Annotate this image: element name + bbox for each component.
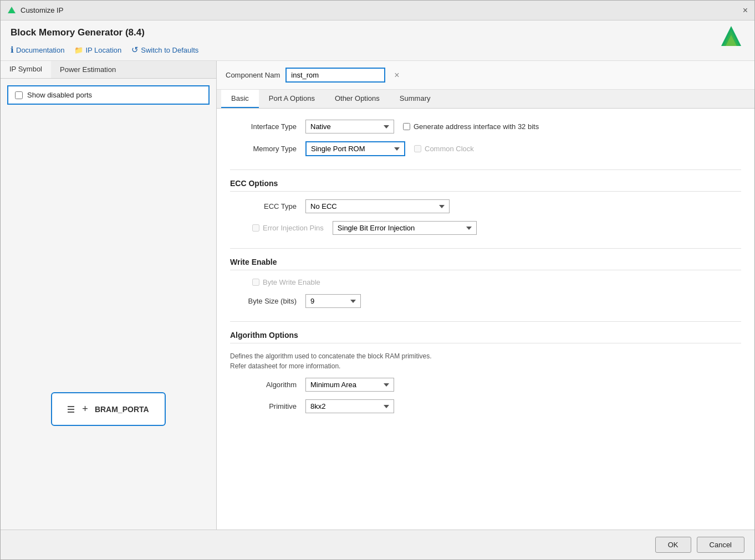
location-icon: 📁 bbox=[74, 46, 83, 54]
basic-tab-content: Interface Type Native AXI4 AXI4-Lite Gen… bbox=[217, 109, 754, 530]
expand-icon: + bbox=[82, 403, 88, 415]
algorithm-row: Algorithm Minimum Area Low Power Fixed P… bbox=[230, 378, 741, 392]
ecc-options-header: ECC Options bbox=[230, 179, 741, 192]
bottom-bar: OK Cancel bbox=[1, 530, 754, 559]
error-injection-type-select[interactable]: Single Bit Error Injection Double Bit Er… bbox=[333, 221, 477, 235]
ecc-type-select[interactable]: No ECC Hamming ECC SEC_DED bbox=[305, 199, 450, 213]
byte-size-label: Byte Size (bits) bbox=[230, 297, 297, 305]
interface-memory-section: Interface Type Native AXI4 AXI4-Lite Gen… bbox=[230, 120, 741, 156]
generate-address-32-checkbox[interactable] bbox=[403, 123, 410, 130]
ok-button[interactable]: OK bbox=[655, 537, 691, 553]
memory-type-row: Memory Type Single Port RAM Simple Dual … bbox=[230, 141, 741, 156]
primitive-label: Primitive bbox=[230, 402, 297, 410]
tab-basic[interactable]: Basic bbox=[221, 90, 259, 108]
ecc-type-label: ECC Type bbox=[230, 202, 297, 210]
documentation-button[interactable]: ℹ Documentation bbox=[11, 45, 64, 55]
error-injection-pins-checkbox bbox=[252, 224, 259, 232]
generate-address-32-label[interactable]: Generate address interface with 32 bits bbox=[403, 122, 539, 131]
primitive-select[interactable]: 8kx2 16kx1 32kx1 bbox=[305, 399, 394, 413]
algorithm-options-header: Algorithm Options bbox=[230, 331, 741, 343]
show-disabled-ports-label[interactable]: Show disabled ports bbox=[7, 85, 210, 105]
bram-label: BRAM_PORTA bbox=[95, 405, 149, 414]
ip-location-button[interactable]: 📁 IP Location bbox=[74, 46, 121, 54]
title-bar-left: Customize IP bbox=[7, 6, 63, 15]
tab-port-a-options[interactable]: Port A Options bbox=[259, 90, 325, 108]
left-tab-content: Show disabled ports bbox=[1, 79, 216, 289]
info-icon: ℹ bbox=[11, 45, 14, 55]
header: Block Memory Generator (8.4) ℹ Documenta… bbox=[1, 20, 754, 61]
memory-type-select[interactable]: Single Port RAM Simple Dual Port RAM Tru… bbox=[305, 141, 405, 156]
bram-lines bbox=[68, 406, 74, 413]
main-window: Customize IP × Block Memory Generator (8… bbox=[0, 0, 755, 560]
tab-bar: Basic Port A Options Other Options Summa… bbox=[217, 90, 754, 109]
cancel-button[interactable]: Cancel bbox=[697, 537, 744, 553]
algorithm-options-section: Algorithm Options Defines the algorithm … bbox=[230, 331, 741, 413]
page-title: Block Memory Generator (8.4) bbox=[11, 27, 744, 38]
tab-ip-symbol[interactable]: IP Symbol bbox=[1, 61, 51, 78]
close-button[interactable]: × bbox=[743, 6, 748, 16]
ecc-options-section: ECC Options ECC Type No ECC Hamming ECC … bbox=[230, 179, 741, 235]
bram-line-3 bbox=[68, 412, 74, 413]
write-enable-header: Write Enable bbox=[230, 258, 741, 270]
byte-write-enable-row: Byte Write Enable bbox=[252, 278, 741, 286]
common-clock-checkbox bbox=[414, 145, 421, 152]
show-disabled-ports-checkbox[interactable] bbox=[15, 91, 23, 99]
title-bar: Customize IP × bbox=[1, 1, 754, 20]
error-injection-pins-label: Error Injection Pins bbox=[252, 224, 324, 232]
memory-type-label: Memory Type bbox=[230, 145, 297, 153]
algorithm-label: Algorithm bbox=[230, 381, 297, 389]
byte-size-row: Byte Size (bits) 8 9 bbox=[230, 294, 741, 308]
bram-line-2 bbox=[68, 409, 74, 410]
algorithm-select[interactable]: Minimum Area Low Power Fixed Primitives bbox=[305, 378, 394, 392]
byte-size-select[interactable]: 8 9 bbox=[305, 294, 361, 308]
refresh-icon: ↺ bbox=[131, 45, 139, 55]
vivado-logo bbox=[719, 25, 743, 49]
primitive-row: Primitive 8kx2 16kx1 32kx1 bbox=[230, 399, 741, 413]
byte-write-enable-label: Byte Write Enable bbox=[252, 278, 320, 286]
left-tab-bar: IP Symbol Power Estimation bbox=[1, 61, 216, 79]
header-actions: ℹ Documentation 📁 IP Location ↺ Switch t… bbox=[11, 45, 744, 55]
interface-type-select[interactable]: Native AXI4 AXI4-Lite bbox=[305, 120, 394, 133]
window-title: Customize IP bbox=[21, 6, 63, 14]
component-name-label: Component Nam bbox=[226, 71, 280, 79]
app-icon bbox=[7, 6, 16, 15]
right-panel: Component Nam × Basic Port A Options Oth… bbox=[217, 61, 754, 530]
bram-symbol-area: + BRAM_PORTA bbox=[1, 289, 216, 530]
algorithm-description: Defines the algorithm used to concatenat… bbox=[230, 351, 741, 371]
interface-type-row: Interface Type Native AXI4 AXI4-Lite Gen… bbox=[230, 120, 741, 133]
byte-write-enable-checkbox bbox=[252, 279, 259, 286]
left-panel: IP Symbol Power Estimation Show disabled… bbox=[1, 61, 217, 530]
component-name-clear-button[interactable]: × bbox=[391, 69, 402, 81]
ecc-type-row: ECC Type No ECC Hamming ECC SEC_DED bbox=[230, 199, 741, 213]
bram-line-1 bbox=[68, 406, 74, 407]
switch-to-defaults-button[interactable]: ↺ Switch to Defaults bbox=[131, 45, 198, 55]
bram-symbol: + BRAM_PORTA bbox=[51, 392, 165, 426]
error-injection-row: Error Injection Pins Single Bit Error In… bbox=[252, 221, 741, 235]
tab-other-options[interactable]: Other Options bbox=[325, 90, 390, 108]
tab-summary[interactable]: Summary bbox=[390, 90, 441, 108]
write-enable-section: Write Enable Byte Write Enable Byte Size… bbox=[230, 258, 741, 308]
body: IP Symbol Power Estimation Show disabled… bbox=[1, 61, 754, 530]
component-name-row: Component Nam × bbox=[217, 61, 754, 90]
component-name-input[interactable] bbox=[285, 68, 385, 83]
common-clock-label: Common Clock bbox=[414, 145, 474, 153]
interface-type-label: Interface Type bbox=[230, 122, 297, 131]
tab-power-estimation[interactable]: Power Estimation bbox=[51, 61, 125, 78]
